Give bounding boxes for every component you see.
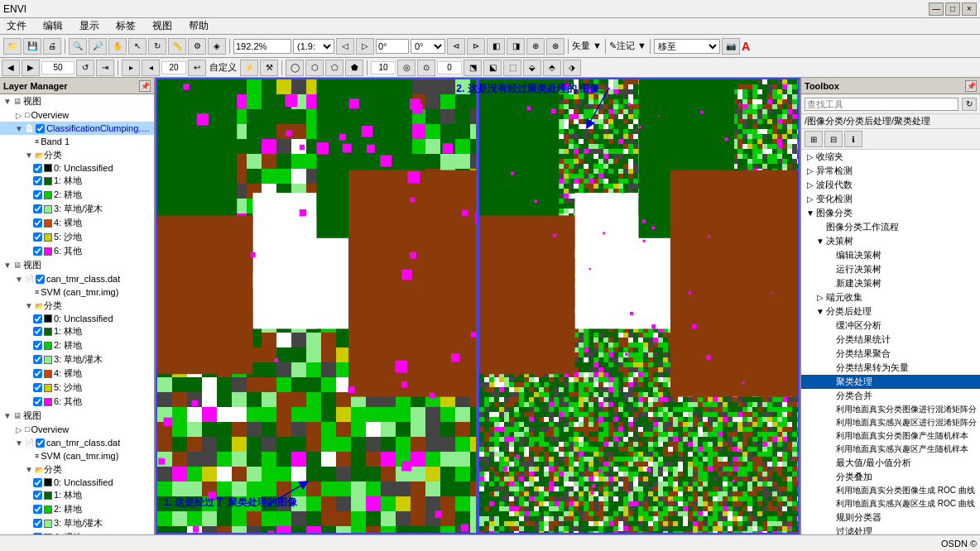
c0-3-check[interactable]: [33, 478, 42, 487]
tx-endmember[interactable]: ▷ 端元收集: [801, 290, 980, 304]
tb2-btn8[interactable]: ⚡: [240, 60, 258, 76]
band1-expand[interactable]: [23, 136, 35, 147]
tx-new-dt[interactable]: 新建决策树: [801, 276, 980, 290]
tb2-btn13[interactable]: ⬟: [345, 60, 363, 76]
tx-band-math[interactable]: ▷ 波段代数: [801, 178, 980, 192]
menu-label[interactable]: 标签: [113, 18, 139, 34]
tool-go[interactable]: 📷: [722, 38, 740, 55]
tb2-btn15[interactable]: ⊙: [417, 60, 435, 76]
tool-z2[interactable]: ▷: [356, 38, 374, 55]
tb2-btn3[interactable]: ↺: [76, 60, 94, 76]
view1-expand-icon[interactable]: ▼: [2, 96, 13, 108]
tx-rule-class[interactable]: 规则分类器: [801, 510, 980, 525]
tx-conf-roi[interactable]: 利用地面真实感兴趣区进行混淆矩阵分: [801, 416, 980, 429]
class0-1-check[interactable]: [33, 164, 42, 173]
overview1-expand[interactable]: ▷: [13, 109, 25, 121]
tb2-btn10[interactable]: ◯: [286, 60, 304, 76]
tx-cd-expand[interactable]: ▷: [805, 194, 816, 204]
c3-2-check[interactable]: [33, 355, 42, 364]
class-folder-3[interactable]: ▼ 📂 分类: [0, 462, 154, 477]
ctmr2-expand[interactable]: ▼: [13, 437, 25, 448]
svm-band-3[interactable]: ≡ SVM (can_tmr.img): [0, 449, 154, 462]
zoom-ratio-select[interactable]: (1.9:: [293, 39, 334, 54]
class2-1-check[interactable]: [33, 190, 42, 199]
zoom-value-input[interactable]: 192.2%: [233, 39, 291, 54]
rotate-input[interactable]: 0°: [376, 39, 409, 54]
tx-s-expand[interactable]: ▷: [805, 152, 816, 161]
c4-3-check[interactable]: [33, 533, 42, 534]
tx-filter-proc[interactable]: 过滤处理: [801, 525, 980, 534]
c5-2-check[interactable]: [33, 383, 42, 392]
tool-r2[interactable]: ⊳: [467, 38, 485, 55]
c1-3[interactable]: 1: 林地: [0, 488, 154, 502]
tool-pan[interactable]: ✋: [108, 38, 127, 55]
svm3-expand[interactable]: [23, 450, 35, 462]
annotate-label[interactable]: ✎注记 ▼: [609, 40, 646, 52]
layer-manager-pin[interactable]: 📌: [139, 80, 151, 92]
class-2-1[interactable]: 2: 耕地: [0, 188, 154, 202]
tx-buffer[interactable]: 缓冲区分析: [801, 319, 980, 333]
tool-zoom-in[interactable]: 🔍: [69, 38, 87, 55]
menu-help[interactable]: 帮助: [185, 18, 212, 34]
tb2-btn11[interactable]: ⬡: [305, 60, 324, 76]
tool-rotate[interactable]: ↻: [148, 38, 166, 55]
c3-3-check[interactable]: [33, 519, 42, 528]
tx-minmax[interactable]: 最大值/最小值分析: [801, 456, 980, 470]
class-4-1[interactable]: 4: 裸地: [0, 216, 154, 230]
class-0-1[interactable]: 0: Unclassified: [0, 162, 154, 174]
tb2-btn6[interactable]: ◂: [142, 60, 160, 76]
menu-view[interactable]: 视图: [149, 18, 175, 34]
menu-file[interactable]: 文件: [3, 18, 30, 34]
class6-1-check[interactable]: [33, 247, 42, 256]
tx-clump[interactable]: 聚类处理: [801, 375, 980, 389]
tb2-btn7[interactable]: ↩: [188, 60, 206, 76]
svm-band-1[interactable]: ≡ SVM (can_tmr.img): [0, 285, 154, 299]
tx-change-detect[interactable]: ▷ 变化检测: [801, 192, 980, 206]
class1-expand[interactable]: ▼: [23, 150, 35, 161]
view-2[interactable]: ▼ 🖥 视图: [0, 258, 154, 272]
tx-post-class[interactable]: ▼ 分类后处理: [801, 304, 980, 319]
overview-3[interactable]: ▷ □ Overview: [0, 423, 154, 436]
tb2-btn21[interactable]: ⬗: [563, 60, 581, 76]
tb2-btn18[interactable]: ⬚: [503, 60, 521, 76]
class-file-check[interactable]: [36, 124, 45, 133]
tool-extra2[interactable]: ◈: [208, 38, 226, 55]
tx-roc-img[interactable]: 利用地面真实分类图像生成 ROC 曲线: [801, 484, 980, 497]
tb2-btn12[interactable]: ⬠: [325, 60, 343, 76]
tool-z1[interactable]: ◁: [336, 38, 354, 55]
class2-expand[interactable]: ▼: [23, 300, 35, 312]
vector-label[interactable]: 矢量 ▼: [572, 40, 602, 52]
tx-pc-expand[interactable]: ▼: [814, 307, 826, 316]
right-map-panel[interactable]: [478, 78, 800, 534]
tool-r5[interactable]: ⊕: [526, 38, 545, 55]
c2-2[interactable]: 2: 耕地: [0, 338, 154, 352]
c1-2-check[interactable]: [33, 327, 42, 336]
custom-label[interactable]: 自定义: [209, 61, 237, 74]
c1-3-check[interactable]: [33, 491, 42, 500]
c5-2[interactable]: 5: 沙地: [0, 381, 154, 395]
c1-2[interactable]: 1: 林地: [0, 324, 154, 338]
tb2-btn5[interactable]: ▸: [122, 60, 140, 76]
tb2-btn4[interactable]: ⇥: [96, 60, 114, 76]
c2-3[interactable]: 2: 耕地: [0, 502, 154, 516]
c4-2[interactable]: 4: 裸地: [0, 367, 154, 381]
class5-1-check[interactable]: [33, 232, 42, 242]
c4-2-check[interactable]: [33, 369, 42, 378]
can-tmr-check[interactable]: [36, 275, 45, 284]
c0-2[interactable]: 0: Unclassified: [0, 313, 154, 324]
move-to-select[interactable]: 移至: [654, 39, 720, 54]
class-folder-1[interactable]: ▼ 📂 分类: [0, 148, 154, 162]
can-tmr-class-file[interactable]: ▼ 📄 can_tmr_class.dat: [0, 272, 154, 285]
tx-dt-expand[interactable]: ▼: [814, 237, 826, 246]
tx-image-class[interactable]: ▼ 图像分类: [801, 206, 980, 220]
tx-run-dt[interactable]: 运行决策树: [801, 262, 980, 276]
ctmr2-check[interactable]: [36, 438, 45, 448]
c0-3[interactable]: 0: Unclassified: [0, 477, 154, 488]
left-map-panel[interactable]: [156, 78, 478, 534]
view-3[interactable]: ▼ 🖥 视图: [0, 409, 154, 423]
tool-print[interactable]: 🖨: [43, 38, 61, 55]
close-button[interactable]: ×: [962, 2, 977, 16]
view2-expand-icon[interactable]: ▼: [2, 260, 13, 271]
tx-em-expand[interactable]: ▷: [814, 293, 826, 302]
can-tmr-class-file2[interactable]: ▼ 📄 can_tmr_class.dat: [0, 436, 154, 449]
